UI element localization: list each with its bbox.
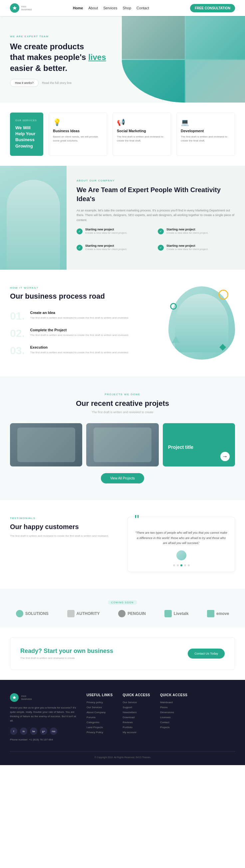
checkpoint-4: ✓ Starting new project Create a new idea… [158, 244, 235, 256]
footer-link-forums[interactable]: Forums [87, 716, 113, 719]
nav-cta-button[interactable]: FREE CONSULTATION [190, 4, 235, 12]
footer-link-privacy-policy[interactable]: Privacy Policy [87, 731, 113, 734]
cta-title-ready: Ready? [20, 648, 42, 654]
partner-livetalk: Livetalk [164, 610, 189, 617]
view-all-projects-button[interactable]: View All Projects [101, 473, 144, 484]
nav-contact[interactable]: Contact [136, 6, 149, 10]
footer-logo: inco business [10, 693, 76, 702]
deco-diamond [220, 345, 225, 350]
deco-triangle [172, 336, 180, 343]
footer-link-categories[interactable]: Categories [87, 721, 113, 724]
services-section: OUR SERVICES We Will Help Your Business … [0, 102, 245, 166]
quote-mark-icon: " [134, 515, 139, 525]
nav-services[interactable]: Services [103, 6, 117, 10]
footer-top: inco business Would you like us to give … [10, 693, 235, 741]
step-num-3: 03. [10, 345, 25, 356]
partner-name-3: PENGUIN [127, 611, 146, 616]
social-facebook[interactable]: f [10, 727, 17, 735]
footer-col-useful-links: USEFUL LINKS Privacy policy Our Services… [87, 693, 113, 741]
cta-button[interactable]: Contact Us Today [188, 649, 225, 658]
footer-link-services[interactable]: Our Services [87, 706, 113, 709]
services-tag: OUR SERVICES [15, 119, 38, 122]
service-title-1: Business Ideas [53, 129, 103, 133]
hero-btn-secondary[interactable]: Read the full story line [42, 79, 71, 87]
dot-5[interactable] [188, 564, 190, 566]
deco-circle-left [170, 303, 177, 310]
social-rss[interactable]: rss [50, 727, 57, 735]
partner-emove: emove [207, 610, 229, 617]
testimonial-text: "There are two types of people who will … [134, 530, 228, 546]
checkpoint-desc-2: Create a new idea for client project. [166, 231, 208, 235]
checkpoint-title-4: Starting new project [166, 244, 208, 247]
service-card-business-ideas: 💡 Business Ideas Based on client needs, … [49, 113, 107, 156]
hero-person-2 [186, 16, 245, 59]
testimonials-right: " "There are two types of people who wil… [127, 517, 235, 572]
logo[interactable]: inco business [10, 3, 32, 13]
footer-quick2-floors[interactable]: Floors [160, 706, 187, 709]
service-highlight: OUR SERVICES We Will Help Your Business … [10, 113, 43, 156]
service-title-3: Development [181, 129, 231, 133]
footer-quick2-licenses[interactable]: Licenses [160, 716, 187, 719]
footer-quick-portfolio[interactable]: Portfolio [123, 726, 150, 729]
dot-1[interactable] [173, 564, 175, 566]
nav-shop[interactable]: Shop [123, 6, 131, 10]
service-title-2: Social Marketing [117, 129, 167, 133]
services-title: We Will Help Your Business Growing [15, 125, 38, 149]
footer: inco business Would you like us to give … [0, 680, 245, 765]
footer-quick2-dimensions[interactable]: Dimensions [160, 711, 187, 714]
process-step-1: 01. Create an Idea The first draft is wr… [10, 311, 158, 321]
footer-quick-download[interactable]: Download [123, 716, 150, 719]
dot-4[interactable] [184, 564, 186, 566]
process-right [169, 286, 235, 360]
footer-link-privacy[interactable]: Privacy policy [87, 701, 113, 704]
partner-name-1: SOLUTIONS [25, 611, 49, 616]
hero-person-1 [122, 16, 185, 59]
social-linkedin[interactable]: in [20, 727, 27, 735]
deco-circle-top [218, 290, 228, 300]
project-arrow-button[interactable]: → [220, 452, 230, 461]
dot-2[interactable] [177, 564, 179, 566]
nav-about[interactable]: About [88, 6, 98, 10]
footer-phone-label: Phone number: [10, 738, 28, 741]
logo-text: inco business [21, 5, 32, 11]
dot-3[interactable] [180, 564, 182, 566]
footer-quick-account[interactable]: My account [123, 731, 150, 734]
testimonials-tag: TESTIMONIALS [10, 517, 118, 520]
check-icon-4: ✓ [158, 245, 164, 251]
footer-link-about[interactable]: About Company [87, 711, 113, 714]
footer-quick-service[interactable]: Our Service [123, 701, 150, 704]
testimonial-card: " "There are two types of people who wil… [127, 517, 235, 572]
service-desc-1: Based on client needs, we will provide s… [53, 135, 103, 143]
social-googleplus[interactable]: g+ [40, 727, 47, 735]
step-title-3: Execution [30, 345, 129, 349]
service-desc-2: The first draft is written and reviewed … [117, 135, 167, 143]
project-featured-title: Project title [168, 444, 230, 450]
footer-quick2-projects[interactable]: Projects [160, 726, 187, 729]
process-tag: HOW IT WORKS? [10, 286, 158, 289]
footer-logo-icon [10, 693, 19, 702]
footer-quick-support[interactable]: Support [123, 706, 150, 709]
project-people-1 [10, 423, 82, 466]
social-twitter[interactable]: tw [30, 727, 37, 735]
process-left: HOW IT WORKS? Our business process road … [10, 286, 158, 360]
cta-text: Ready? Start your own business The first… [20, 648, 113, 659]
partner-penguin: PENGUIN [118, 610, 146, 617]
project-card-1 [10, 423, 82, 466]
checkpoint-title-2: Starting new project [166, 228, 208, 231]
testimonials-desc: The first draft is written and reviewed … [10, 534, 118, 538]
partners-logos: SOLUTIONS AUTHORITY PENGUIN Livetalk emo… [10, 610, 235, 617]
footer-copyright: © Copyright 2016. All Rights Reserved. I… [95, 756, 150, 758]
footer-quick-newsletters[interactable]: Newsletters [123, 711, 150, 714]
about-content: ABOUT OUR COMPANY We Are Team of Expert … [67, 166, 245, 270]
footer-social: f in tw g+ rss [10, 727, 76, 735]
nav-home[interactable]: Home [73, 6, 83, 10]
service-card-social-marketing: 📢 Social Marketing The first draft is wr… [113, 113, 171, 156]
step-desc-1: The first draft is written and reviewed … [30, 316, 129, 320]
footer-quick2-contact[interactable]: Contact [160, 721, 187, 724]
footer-link-land[interactable]: Land Projects [87, 726, 113, 729]
footer-quick2-mainboard[interactable]: Mainboard [160, 701, 187, 704]
hero-tag: WE ARE EXPERT TEAM [10, 35, 106, 38]
about-title: We Are Team of Expert People With Creati… [76, 185, 235, 204]
hero-btn-primary[interactable]: How it works? [10, 79, 39, 87]
footer-quick-reviews[interactable]: Reviews [123, 721, 150, 724]
